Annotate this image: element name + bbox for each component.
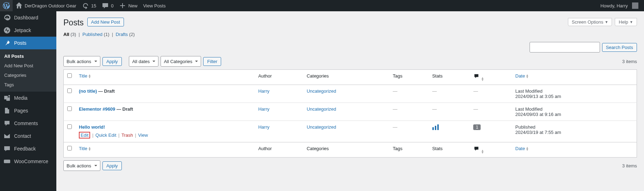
select-row-checkbox[interactable] <box>67 106 72 111</box>
bulk-actions-select-bottom[interactable]: Bulk actions <box>63 160 100 171</box>
submenu-all-posts[interactable]: All Posts <box>0 51 56 61</box>
row-action-edit[interactable]: Edit <box>81 133 88 138</box>
new-link[interactable]: New <box>116 0 140 11</box>
menu-posts[interactable]: Posts <box>0 37 56 49</box>
chevron-down-icon: ▼ <box>630 20 633 24</box>
select-all-checkbox-foot[interactable] <box>67 146 72 150</box>
col-author: Author <box>255 70 303 85</box>
post-title-link[interactable]: Elementor #9609 <box>79 106 115 112</box>
items-count-top: 3 items <box>622 59 637 64</box>
col-date[interactable]: Date ▲▼ <box>515 73 529 79</box>
search-posts-button[interactable]: Search Posts <box>602 43 637 52</box>
category-filter-select[interactable]: All Categories <box>161 56 201 67</box>
menu-feedback[interactable]: Feedback <box>0 142 56 155</box>
filter-all[interactable]: All <box>63 32 69 37</box>
updates-count: 15 <box>91 3 96 8</box>
screen-options-button[interactable]: Screen Options ▼ <box>568 18 612 26</box>
col-categories-foot: Categories <box>303 142 389 158</box>
apply-bulk-button[interactable]: Apply <box>102 57 122 66</box>
help-button[interactable]: Help ▼ <box>615 18 637 26</box>
stats-empty: — <box>432 88 437 94</box>
menu-jetpack[interactable]: Jetpack <box>0 24 56 37</box>
col-stats-foot: Stats <box>429 142 470 158</box>
comment-icon <box>473 75 480 80</box>
category-link[interactable]: Uncategorized <box>307 106 336 112</box>
comments-empty: — <box>473 88 478 94</box>
row-actions: Edit | Quick Edit | Trash | View <box>79 132 251 138</box>
row-action-trash[interactable]: Trash <box>121 133 133 138</box>
pushpin-icon <box>4 39 11 47</box>
col-date-foot[interactable]: Date ▲▼ <box>515 146 529 151</box>
category-link[interactable]: Uncategorized <box>307 124 336 130</box>
author-link[interactable]: Harry <box>258 88 269 94</box>
sort-icon: ▲▼ <box>526 74 529 78</box>
filter-drafts[interactable]: Drafts <box>115 32 128 37</box>
author-link[interactable]: Harry <box>258 124 269 130</box>
dashboard-icon <box>4 14 11 21</box>
posts-table: Title ▲▼ Author Categories Tags Stats ▲▼… <box>63 69 637 158</box>
sort-icon: ▲▼ <box>481 77 484 81</box>
submenu-add-new[interactable]: Add New Post <box>0 61 56 70</box>
tags-cell: — <box>393 124 398 130</box>
updates-link[interactable]: 15 <box>79 0 99 11</box>
col-title-foot[interactable]: Title ▲▼ <box>79 146 91 151</box>
comments-count: 0 <box>111 3 113 8</box>
category-link[interactable]: Uncategorized <box>307 88 336 94</box>
wordpress-icon <box>3 2 10 9</box>
select-row-checkbox[interactable] <box>67 88 72 93</box>
submenu-tags[interactable]: Tags <box>0 80 56 90</box>
menu-woocommerce[interactable]: WooCommerce <box>0 155 56 168</box>
plus-icon <box>119 2 126 9</box>
col-title[interactable]: Title ▲▼ <box>79 73 91 79</box>
row-action-view[interactable]: View <box>138 133 148 138</box>
table-row: Elementor #9609 — DraftHarryUncategorize… <box>64 103 637 121</box>
filter-published[interactable]: Published <box>82 32 102 37</box>
site-name-link[interactable]: DerDragon Outdoor Gear <box>13 0 79 11</box>
pages-icon <box>4 107 11 114</box>
search-input[interactable] <box>530 42 600 53</box>
comments-icon <box>4 120 11 127</box>
comments-link[interactable]: 0 <box>99 0 116 11</box>
menu-pages[interactable]: Pages <box>0 104 56 117</box>
items-count-bottom: 3 items <box>622 163 637 168</box>
row-action-quick-edit[interactable]: Quick Edit <box>95 133 116 138</box>
select-row-checkbox[interactable] <box>67 124 72 129</box>
post-title-link[interactable]: (no title) <box>79 88 97 94</box>
post-title-link[interactable]: Hello world! <box>79 124 105 130</box>
menu-contact[interactable]: Contact <box>0 130 56 142</box>
tags-cell: — <box>393 106 398 112</box>
svg-rect-4 <box>437 124 439 130</box>
svg-rect-2 <box>432 127 434 130</box>
comment-icon <box>473 147 480 153</box>
select-all-checkbox[interactable] <box>67 73 72 78</box>
bulk-actions-select[interactable]: Bulk actions <box>63 56 100 67</box>
col-comments[interactable]: ▲▼ <box>470 70 512 85</box>
filter-button[interactable]: Filter <box>203 57 221 66</box>
menu-dashboard[interactable]: Dashboard <box>0 11 56 24</box>
svg-rect-3 <box>435 126 436 130</box>
menu-comments[interactable]: Comments <box>0 117 56 130</box>
col-comments-foot[interactable]: ▲▼ <box>470 142 512 158</box>
stats-chart-icon[interactable] <box>432 126 439 131</box>
svg-rect-1 <box>4 160 10 163</box>
sort-icon: ▲▼ <box>88 147 91 151</box>
menu-media[interactable]: Media <box>0 92 56 104</box>
author-link[interactable]: Harry <box>258 106 269 112</box>
date-filter-select[interactable]: All dates <box>129 56 158 67</box>
add-new-post-button[interactable]: Add New Post <box>87 18 124 26</box>
col-tags: Tags <box>389 70 429 85</box>
view-posts-link[interactable]: View Posts <box>140 0 168 11</box>
sort-icon: ▲▼ <box>526 147 529 151</box>
jetpack-icon <box>4 27 11 34</box>
submenu-categories[interactable]: Categories <box>0 70 56 80</box>
site-name: DerDragon Outdoor Gear <box>25 3 76 8</box>
table-row: (no title) — DraftHarryUncategorized———L… <box>64 85 637 103</box>
woocommerce-icon <box>4 158 11 165</box>
apply-bulk-button-bottom[interactable]: Apply <box>102 161 122 170</box>
comment-count-badge[interactable]: 1 <box>473 124 481 130</box>
wp-logo[interactable] <box>0 0 13 11</box>
comment-bubble-icon <box>102 2 109 9</box>
tags-cell: — <box>393 88 398 94</box>
admin-sidebar: Dashboard Jetpack Posts All Posts Add Ne… <box>0 11 56 181</box>
howdy-link[interactable]: Howdy, Harry <box>598 0 641 11</box>
